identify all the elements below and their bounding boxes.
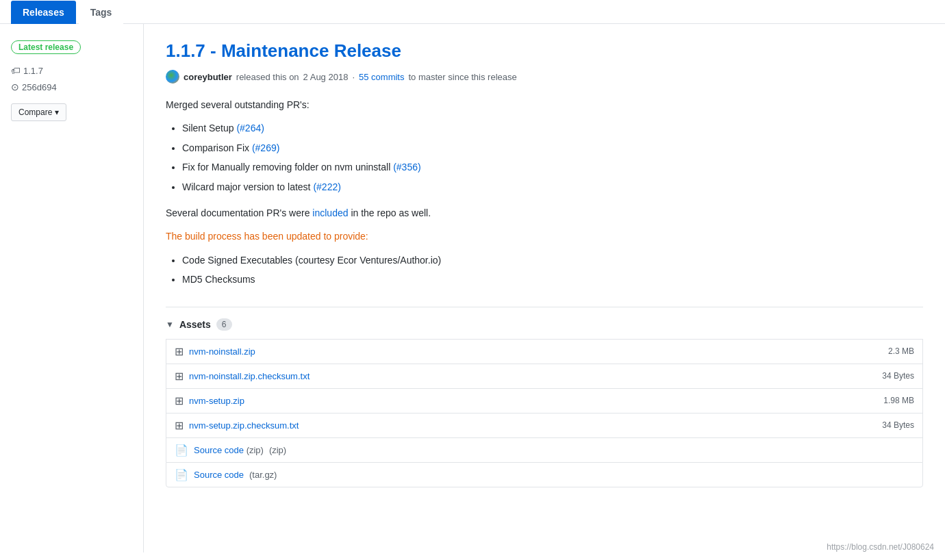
pr-text-1: Silent Setup	[182, 123, 236, 133]
sidebar-tag-row: 🏷 1.1.7	[11, 65, 43, 76]
sidebar-commit-row: ⊙ 256d694	[11, 81, 57, 92]
sidebar-commit-hash: 256d694	[22, 82, 57, 92]
assets-count: 6	[216, 318, 232, 331]
zip-icon: ⊞	[175, 419, 184, 432]
list-item: MD5 Checksums	[182, 272, 923, 287]
asset-row: ⊞ nvm-setup.zip.checksum.txt 34 Bytes	[166, 413, 923, 437]
tab-releases[interactable]: Releases	[11, 1, 76, 24]
list-item: Comparison Fix (#269)	[182, 140, 923, 155]
tab-bar: Releases Tags	[0, 0, 945, 24]
asset-link-1[interactable]: nvm-noinstall.zip	[189, 346, 255, 357]
chevron-down-icon: ▾	[55, 107, 59, 117]
asset-row: ⊞ nvm-setup.zip 1.98 MB	[166, 388, 923, 413]
compare-label: Compare	[18, 107, 52, 117]
list-item: Code Signed Executables (courtesy Ecor V…	[182, 253, 923, 268]
asset-size-3: 1.98 MB	[883, 396, 914, 405]
tab-tags[interactable]: Tags	[79, 1, 124, 24]
asset-link-6[interactable]: Source code	[194, 470, 244, 480]
asset-link-3[interactable]: nvm-setup.zip	[189, 396, 244, 406]
doc-note: Several documentation PR's were included…	[166, 205, 923, 220]
assets-label: Assets	[179, 319, 211, 330]
pr-link-3[interactable]: (#356)	[393, 162, 420, 173]
build-note: The build process has been updated to pr…	[166, 229, 923, 244]
pr-list: Silent Setup (#264) Comparison Fix (#269…	[182, 120, 923, 194]
source-icon: 📄	[175, 444, 188, 457]
commits-suffix: to master since this release	[408, 72, 516, 82]
sidebar-tag-version: 1.1.7	[23, 66, 43, 76]
zip-icon: ⊞	[175, 345, 184, 358]
main-layout: Latest release 🏷 1.1.7 ⊙ 256d694 Compare…	[0, 24, 945, 552]
asset-link-5[interactable]: Source code (zip)	[194, 445, 264, 455]
assets-section: ▼ Assets 6 ⊞ nvm-noinstall.zip 2.3 MB ⊞ …	[166, 307, 923, 487]
list-item: Wilcard major version to latest (#222)	[182, 179, 923, 194]
asset-link-4[interactable]: nvm-setup.zip.checksum.txt	[189, 420, 299, 431]
asset-size-2: 34 Bytes	[882, 371, 914, 381]
list-item: Fix for Manually removing folder on nvm …	[182, 160, 923, 175]
source-zip-extra: (zip)	[269, 445, 286, 455]
release-body: Merged several outstanding PR's: Silent …	[166, 97, 923, 288]
pr-link-2[interactable]: (#269)	[252, 142, 279, 153]
source-icon: 📄	[175, 468, 188, 481]
release-content: 1.1.7 - Maintenance Release coreybutler …	[144, 24, 945, 552]
latest-release-badge: Latest release	[11, 40, 81, 54]
author-link[interactable]: coreybutler	[184, 72, 232, 82]
build-list: Code Signed Executables (courtesy Ecor V…	[182, 253, 923, 288]
asset-row: ⊞ nvm-noinstall.zip 2.3 MB	[166, 339, 923, 364]
release-date: 2 Aug 2018	[303, 72, 349, 82]
avatar	[166, 70, 179, 84]
asset-size-1: 2.3 MB	[888, 346, 914, 356]
pr-text-3: Fix for Manually removing folder on nvm …	[182, 162, 393, 173]
zip-icon: ⊞	[175, 370, 184, 383]
sidebar: Latest release 🏷 1.1.7 ⊙ 256d694 Compare…	[0, 24, 144, 552]
asset-size-4: 34 Bytes	[882, 420, 914, 430]
pr-text-4: Wilcard major version to latest	[182, 181, 313, 192]
pr-link-1[interactable]: (#264)	[236, 123, 264, 133]
release-text: released this on	[236, 72, 299, 82]
pr-link-4[interactable]: (#222)	[313, 181, 340, 192]
list-item: Silent Setup (#264)	[182, 120, 923, 136]
watermark: https://blog.csdn.net/J080624	[827, 542, 934, 552]
release-title: 1.1.7 - Maintenance Release	[166, 40, 923, 62]
asset-row: 📄 Source code (zip) (zip)	[166, 437, 923, 462]
asset-link-2[interactable]: nvm-noinstall.zip.checksum.txt	[189, 371, 310, 381]
zip-icon: ⊞	[175, 394, 184, 407]
pr-text-2: Comparison Fix	[182, 142, 252, 153]
asset-row: 📄 Source code (tar.gz)	[166, 462, 923, 487]
assets-toggle[interactable]: ▼	[166, 320, 174, 329]
commits-link[interactable]: 55 commits	[359, 72, 404, 82]
body-intro: Merged several outstanding PR's:	[166, 97, 923, 112]
commit-icon: ⊙	[11, 81, 19, 92]
tag-icon: 🏷	[11, 65, 21, 76]
release-meta: coreybutler released this on 2 Aug 2018 …	[166, 70, 923, 84]
assets-header: ▼ Assets 6	[166, 318, 923, 331]
source-tar-extra: (tar.gz)	[249, 470, 277, 480]
included-link[interactable]: included	[312, 207, 348, 218]
compare-button[interactable]: Compare ▾	[11, 103, 66, 121]
asset-row: ⊞ nvm-noinstall.zip.checksum.txt 34 Byte…	[166, 364, 923, 388]
